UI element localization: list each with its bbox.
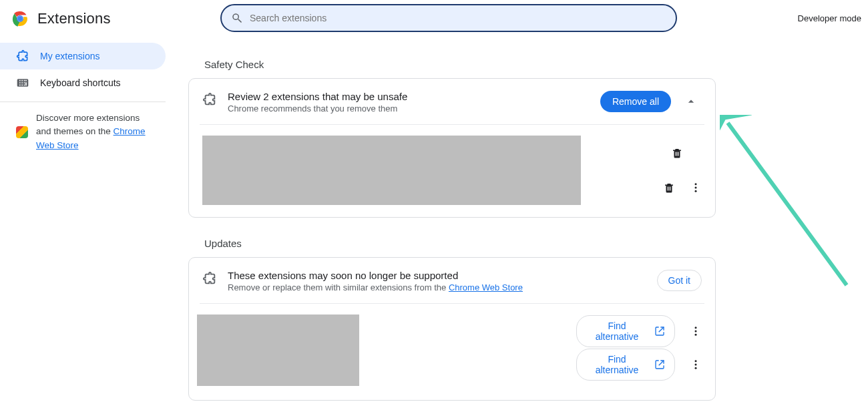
page-title: Extensions <box>37 10 111 27</box>
find-alternative-button[interactable]: Find alternative <box>576 349 675 381</box>
developer-mode-label[interactable]: Developer mode <box>798 13 861 23</box>
sidebar-item-my-extensions[interactable]: My extensions <box>0 43 166 69</box>
svg-point-10 <box>695 327 697 329</box>
chrome-web-store-icon <box>16 126 28 138</box>
kebab-menu-icon[interactable] <box>690 359 702 371</box>
unsafe-extension-row <box>590 136 702 170</box>
got-it-button[interactable]: Got it <box>657 270 702 291</box>
section-label-safety: Safety Check <box>204 59 868 70</box>
search-icon <box>231 12 243 24</box>
find-alternative-label: Find alternative <box>586 354 648 375</box>
svg-point-7 <box>695 183 697 185</box>
sidebar: My extensions Keyboard shortcuts Discove… <box>0 37 166 420</box>
card-divider <box>200 124 704 125</box>
search-container <box>220 4 677 32</box>
chrome-logo-icon <box>12 11 28 27</box>
updates-card-title: These extensions may soon no longer be s… <box>228 270 646 281</box>
safety-check-card: Review 2 extensions that may be unsafe C… <box>188 78 716 218</box>
sidebar-divider <box>0 101 166 102</box>
find-alternative-label: Find alternative <box>586 321 648 342</box>
svg-point-8 <box>695 187 697 189</box>
unsafe-extension-row <box>590 170 702 205</box>
chrome-web-store-link[interactable]: Chrome Web Store <box>449 282 523 292</box>
puzzle-icon <box>202 271 217 286</box>
remove-all-button[interactable]: Remove all <box>600 91 671 112</box>
sidebar-item-label: Keyboard shortcuts <box>40 77 121 88</box>
svg-point-15 <box>695 367 697 369</box>
safety-card-title: Review 2 extensions that may be unsafe <box>228 91 590 102</box>
svg-point-14 <box>695 364 697 366</box>
svg-point-12 <box>695 334 697 336</box>
keyboard-icon <box>16 76 29 89</box>
section-label-updates: Updates <box>204 238 868 249</box>
main-content: Safety Check Review 2 extensions that ma… <box>166 37 868 420</box>
updates-card-subtitle: Remove or replace them with similar exte… <box>228 282 449 292</box>
open-external-icon <box>654 326 665 337</box>
kebab-menu-icon[interactable] <box>690 182 702 194</box>
updates-card: These extensions may soon no longer be s… <box>188 257 716 401</box>
search-input[interactable] <box>250 13 666 23</box>
open-external-icon <box>654 359 665 370</box>
card-divider <box>200 303 704 304</box>
svg-point-13 <box>695 360 697 362</box>
discover-more: Discover more extensions and themes on t… <box>0 112 166 152</box>
update-extension-row: Find alternative <box>576 314 702 348</box>
chevron-up-icon[interactable] <box>680 91 702 112</box>
search-box[interactable] <box>220 4 677 32</box>
puzzle-icon <box>202 92 217 107</box>
safety-card-subtitle: Chrome recommends that you remove them <box>228 103 590 114</box>
logo-title: Extensions <box>12 10 111 27</box>
svg-point-6 <box>18 17 23 21</box>
puzzle-icon <box>16 49 29 63</box>
svg-point-9 <box>695 190 697 192</box>
trash-icon[interactable] <box>663 182 675 194</box>
sidebar-item-keyboard-shortcuts[interactable]: Keyboard shortcuts <box>0 69 166 96</box>
update-extension-row: Find alternative <box>576 348 702 381</box>
kebab-menu-icon[interactable] <box>690 325 702 337</box>
find-alternative-button[interactable]: Find alternative <box>576 315 675 347</box>
trash-icon[interactable] <box>671 147 683 159</box>
top-bar: Extensions Developer mode <box>0 0 868 37</box>
svg-point-11 <box>695 331 697 333</box>
sidebar-item-label: My extensions <box>40 51 99 61</box>
